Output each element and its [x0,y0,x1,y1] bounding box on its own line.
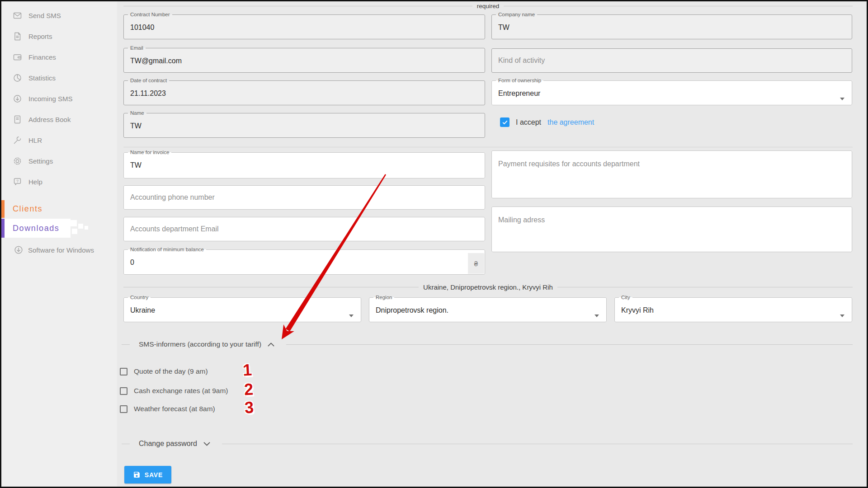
form-of-ownership-select[interactable]: Form of ownership Entrepreneur [491,78,852,105]
sms-informers-title: SMS-informers (according to your tariff) [139,340,261,348]
app-window: Send SMS Reports Finances Statistics Inc… [0,0,868,488]
chevron-down-icon [840,98,844,100]
contract-number-field[interactable]: Contract Number 101040 [123,12,485,39]
accounts-email-placeholder: Accounts department Email [130,225,219,233]
country-value: Ukraine [130,306,361,314]
envelope-icon [13,11,22,20]
checkbox-label[interactable]: Cash exchange rates (at 9am) [134,387,228,395]
quote-of-the-day-checkbox[interactable] [120,368,127,375]
required-section-rule: required [123,2,853,10]
chevron-down-icon [349,314,354,317]
agreement-row: I accept the agreement [500,117,594,127]
country-select[interactable]: Country Ukraine [123,295,361,322]
location-summary: Ukraine, Dnipropetrovsk region., Kryvyi … [419,283,557,291]
name-field[interactable]: Name TW [123,110,485,138]
download-circle-icon [13,94,22,103]
change-password-accordion[interactable]: Change password [122,439,853,449]
section-divider [123,147,853,147]
min-balance-label: Notification of minimum balance [128,247,206,253]
sidebar-item-address-book[interactable]: Address Book [1,109,117,130]
download-circle-icon [14,245,24,255]
accounting-phone-placeholder: Accounting phone number [130,193,215,202]
wallet-icon [13,52,22,62]
sidebar-item-label: Settings [28,157,53,165]
company-name-field[interactable]: Company name TW [491,12,852,39]
sidebar-item-label: Reports [28,33,52,40]
min-balance-value: 0 [130,258,485,267]
sidebar-item-label: Incoming SMS [28,95,73,103]
checkbox-label[interactable]: Weather forecast (at 8am) [134,405,215,413]
sidebar-item-downloads[interactable]: Downloads [1,219,117,238]
min-balance-field[interactable]: Notification of minimum balance 0 ₴ [123,247,485,275]
country-label: Country [128,295,151,300]
sidebar-item-statistics[interactable]: Statistics [1,67,117,88]
city-select[interactable]: City Kryvyi Rih [614,295,852,322]
contract-number-label: Contract Number [128,12,172,18]
kind-of-activity-placeholder: Kind of activity [498,56,545,65]
checkbox-label[interactable]: Quote of the day (9 am) [134,367,208,375]
kind-of-activity-field[interactable]: Kind of activity [491,48,852,73]
annotation-number-2: 2 [244,380,254,399]
date-of-contract-field[interactable]: Date of contract 21.11.2023 [123,78,485,105]
name-value: TW [130,122,485,130]
agreement-link[interactable]: the agreement [547,118,594,127]
sidebar-item-help[interactable]: ? Help [1,171,117,192]
accounting-phone-field[interactable]: Accounting phone number [123,185,485,210]
document-icon [13,32,22,41]
sidebar-item-label: Statistics [28,74,56,82]
city-value: Kryvyi Rih [621,306,852,314]
company-name-value: TW [498,23,852,32]
agreement-text: I accept [516,118,541,127]
company-name-label: Company name [496,12,537,18]
help-bubble-icon: ? [13,177,22,187]
name-for-invoice-value: TW [130,161,485,169]
region-label: Region [373,295,394,300]
sidebar-item-settings[interactable]: Settings [1,150,117,171]
email-field[interactable]: Email TW@gmail.com [123,45,485,73]
chevron-up-icon[interactable] [268,343,274,347]
wrench-icon [13,136,22,145]
form-of-ownership-label: Form of ownership [496,78,543,84]
informer-row-quote: Quote of the day (9 am) [120,366,208,376]
sidebar-item-software-for-windows[interactable]: Software for Windows [14,244,102,256]
sidebar-item-label: Help [28,178,42,186]
annotation-number-1: 1 [242,361,252,380]
sidebar-item-hlr[interactable]: HLR [1,130,117,150]
sidebar-item-clients[interactable]: Clients [1,200,117,218]
payment-requisites-field[interactable]: Payment requisites for accounts departme… [491,150,852,198]
agreement-checkbox[interactable] [500,117,509,127]
sidebar-item-send-sms[interactable]: Send SMS [1,5,117,26]
sidebar-item-label: Software for Windows [28,246,94,254]
sidebar-item-label: Address Book [28,116,71,123]
region-select[interactable]: Region Dnipropetrovsk region. [369,295,607,322]
sms-informers-accordion[interactable]: SMS-informers (according to your tariff) [122,339,853,349]
name-for-invoice-label: Name for invoice [128,150,171,155]
annotation-number-3: 3 [244,398,254,418]
required-label: required [472,3,504,9]
sidebar-item-label: Downloads [13,224,59,233]
sidebar-item-reports[interactable]: Reports [1,26,117,47]
region-value: Dnipropetrovsk region. [376,306,606,314]
save-button[interactable]: SAVE [124,466,171,483]
email-label: Email [128,45,146,51]
mailing-address-field[interactable]: Mailing adress [491,206,852,252]
chevron-down-icon [840,314,844,317]
cash-exchange-rates-checkbox[interactable] [120,387,127,395]
sidebar-item-label: HLR [28,136,42,144]
sidebar: Send SMS Reports Finances Statistics Inc… [1,1,117,487]
mailing-address-placeholder: Mailing adress [498,216,852,224]
floppy-disk-icon [133,471,141,479]
chevron-down-icon[interactable] [203,442,210,446]
downloads-accent-bar [1,219,5,238]
change-password-title: Change password [139,440,197,448]
city-label: City [619,295,632,300]
weather-forecast-checkbox[interactable] [120,405,127,413]
payment-requisites-placeholder: Payment requisites for accounts departme… [498,160,852,168]
accounts-email-field[interactable]: Accounts department Email [123,217,485,241]
form-of-ownership-value: Entrepreneur [498,89,852,98]
sidebar-item-label: Finances [28,53,56,61]
sidebar-item-finances[interactable]: Finances [1,47,117,67]
sidebar-item-incoming-sms[interactable]: Incoming SMS [1,88,117,109]
chevron-down-icon [594,314,599,317]
name-for-invoice-field[interactable]: Name for invoice TW [123,150,485,178]
